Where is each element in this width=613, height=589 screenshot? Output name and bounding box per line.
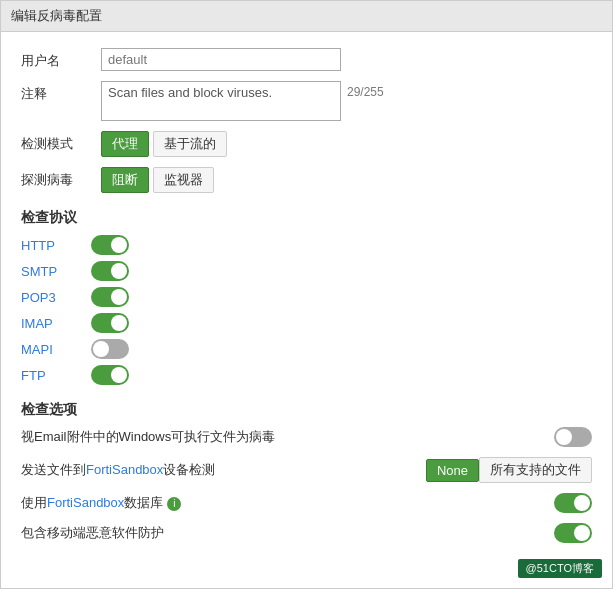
char-count: 29/255 [347, 81, 384, 99]
protocol-row: POP3 [21, 287, 592, 307]
toggle-track [91, 261, 129, 281]
watermark: @51CTO博客 [518, 559, 602, 578]
option-label: 使用FortiSandbox数据库i [21, 494, 544, 512]
protocol-toggle[interactable] [91, 365, 129, 385]
toggle-track [91, 287, 129, 307]
toggle-track [91, 313, 129, 333]
content-area: 用户名 注释 Scan files and block viruses. 29/… [1, 32, 612, 569]
detect-virus-monitor-button[interactable]: 监视器 [153, 167, 214, 193]
toggle-thumb [111, 367, 127, 383]
toggle-thumb [93, 341, 109, 357]
protocol-label: FTP [21, 368, 91, 383]
option-label: 包含移动端恶意软件防护 [21, 524, 544, 542]
protocol-toggle[interactable] [91, 339, 129, 359]
comment-label: 注释 [21, 81, 101, 103]
option-control [554, 427, 592, 447]
protocols-list: HTTPSMTPPOP3IMAPMAPIFTP [21, 235, 592, 385]
protocol-label: POP3 [21, 290, 91, 305]
detect-mode-flow-button[interactable]: 基于流的 [153, 131, 227, 157]
protocol-toggle[interactable] [91, 235, 129, 255]
protocol-row: HTTP [21, 235, 592, 255]
protocol-label: IMAP [21, 316, 91, 331]
option-control [554, 493, 592, 513]
toggle-thumb [111, 263, 127, 279]
protocol-toggle[interactable] [91, 261, 129, 281]
detect-mode-buttons: 代理 基于流的 [101, 131, 592, 157]
toggle-thumb [111, 289, 127, 305]
detect-virus-block-button[interactable]: 阻断 [101, 167, 149, 193]
option-control: None所有支持的文件 [426, 457, 592, 483]
toggle-track [91, 339, 129, 359]
toggle-thumb [574, 495, 590, 511]
protocol-row: IMAP [21, 313, 592, 333]
option-row: 发送文件到FortiSandbox设备检测None所有支持的文件 [21, 457, 592, 483]
textarea-wrap: Scan files and block viruses. 29/255 [101, 81, 592, 121]
protocol-toggle[interactable] [91, 313, 129, 333]
option-toggle[interactable] [554, 493, 592, 513]
protocol-label: HTTP [21, 238, 91, 253]
options-section-title: 检查选项 [21, 401, 592, 419]
toggle-track [554, 427, 592, 447]
detect-virus-label: 探测病毒 [21, 167, 101, 189]
toggle-thumb [574, 525, 590, 541]
detect-mode-row: 检测模式 代理 基于流的 [21, 131, 592, 157]
username-row: 用户名 [21, 48, 592, 71]
comment-row: 注释 Scan files and block viruses. 29/255 [21, 81, 592, 121]
protocol-label: MAPI [21, 342, 91, 357]
protocols-section-title: 检查协议 [21, 209, 592, 227]
detect-mode-proxy-button[interactable]: 代理 [101, 131, 149, 157]
option-row: 包含移动端恶意软件防护 [21, 523, 592, 543]
protocol-row: SMTP [21, 261, 592, 281]
sandbox-none-button[interactable]: None [426, 459, 479, 482]
comment-value: Scan files and block viruses. 29/255 [101, 81, 592, 121]
window-title: 编辑反病毒配置 [11, 8, 102, 23]
toggle-track [91, 365, 129, 385]
protocol-label: SMTP [21, 264, 91, 279]
toggle-track [554, 523, 592, 543]
toggle-thumb [556, 429, 572, 445]
option-toggle[interactable] [554, 427, 592, 447]
username-value [101, 48, 592, 71]
protocol-row: MAPI [21, 339, 592, 359]
options-list: 视Email附件中的Windows可执行文件为病毒发送文件到FortiSandb… [21, 427, 592, 543]
option-label: 发送文件到FortiSandbox设备检测 [21, 461, 416, 479]
protocol-toggle[interactable] [91, 287, 129, 307]
username-label: 用户名 [21, 48, 101, 70]
option-toggle[interactable] [554, 523, 592, 543]
toggle-track [91, 235, 129, 255]
protocol-row: FTP [21, 365, 592, 385]
option-label: 视Email附件中的Windows可执行文件为病毒 [21, 428, 544, 446]
info-icon[interactable]: i [167, 497, 181, 511]
main-window: 编辑反病毒配置 用户名 注释 Scan files and block viru… [0, 0, 613, 589]
title-bar: 编辑反病毒配置 [1, 1, 612, 32]
detect-virus-buttons: 阻断 监视器 [101, 167, 592, 193]
sandbox-allfiles-button[interactable]: 所有支持的文件 [479, 457, 592, 483]
toggle-thumb [111, 237, 127, 253]
username-input[interactable] [101, 48, 341, 71]
toggle-track [554, 493, 592, 513]
option-row: 使用FortiSandbox数据库i [21, 493, 592, 513]
option-control [554, 523, 592, 543]
detect-virus-row: 探测病毒 阻断 监视器 [21, 167, 592, 193]
detect-mode-label: 检测模式 [21, 131, 101, 153]
option-row: 视Email附件中的Windows可执行文件为病毒 [21, 427, 592, 447]
toggle-thumb [111, 315, 127, 331]
comment-input[interactable]: Scan files and block viruses. [101, 81, 341, 121]
